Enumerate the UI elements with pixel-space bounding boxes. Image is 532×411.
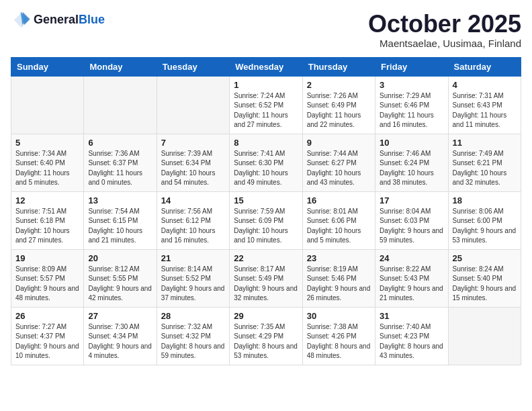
- calendar-week-4: 19Sunrise: 8:09 AMSunset: 5:57 PMDayligh…: [11, 249, 521, 307]
- day-info: Sunrise: 7:44 AMSunset: 6:27 PMDaylight:…: [307, 149, 371, 188]
- calendar-cell: 5Sunrise: 7:34 AMSunset: 6:40 PMDaylight…: [11, 134, 84, 191]
- day-info: Sunrise: 7:29 AMSunset: 6:46 PMDaylight:…: [380, 91, 443, 130]
- day-number: 4: [453, 80, 517, 90]
- day-number: 23: [307, 253, 371, 263]
- day-number: 27: [88, 311, 152, 321]
- day-number: 18: [453, 195, 517, 205]
- calendar-header-thursday: Thursday: [302, 57, 375, 76]
- day-info: Sunrise: 7:24 AMSunset: 6:52 PMDaylight:…: [234, 91, 298, 130]
- day-info: Sunrise: 7:31 AMSunset: 6:43 PMDaylight:…: [453, 91, 517, 130]
- day-info: Sunrise: 8:24 AMSunset: 5:40 PMDaylight:…: [453, 265, 517, 304]
- day-info: Sunrise: 7:36 AMSunset: 6:37 PMDaylight:…: [88, 149, 152, 188]
- day-info: Sunrise: 8:09 AMSunset: 5:57 PMDaylight:…: [15, 265, 79, 304]
- day-number: 12: [15, 195, 79, 205]
- calendar-week-5: 26Sunrise: 7:27 AMSunset: 4:37 PMDayligh…: [11, 307, 521, 365]
- calendar-cell: 26Sunrise: 7:27 AMSunset: 4:37 PMDayligh…: [11, 307, 84, 365]
- day-number: 21: [161, 253, 225, 263]
- page-header: GeneralBlue October 2025 Maentsaelae, Uu…: [11, 11, 521, 49]
- day-info: Sunrise: 7:54 AMSunset: 6:15 PMDaylight:…: [88, 207, 152, 246]
- day-number: 7: [161, 138, 225, 148]
- calendar-header-tuesday: Tuesday: [157, 57, 229, 76]
- day-number: 10: [380, 138, 443, 148]
- calendar: SundayMondayTuesdayWednesdayThursdayFrid…: [11, 57, 521, 365]
- calendar-week-1: 1Sunrise: 7:24 AMSunset: 6:52 PMDaylight…: [11, 76, 521, 134]
- day-number: 26: [15, 311, 79, 321]
- calendar-cell: 16Sunrise: 8:01 AMSunset: 6:06 PMDayligh…: [302, 191, 375, 249]
- day-number: 9: [307, 138, 371, 148]
- day-number: 24: [380, 253, 443, 263]
- calendar-cell: 30Sunrise: 7:38 AMSunset: 4:26 PMDayligh…: [302, 307, 375, 365]
- calendar-cell: 6Sunrise: 7:36 AMSunset: 6:37 PMDaylight…: [84, 134, 157, 191]
- calendar-header-saturday: Saturday: [448, 57, 521, 76]
- calendar-cell: 2Sunrise: 7:26 AMSunset: 6:49 PMDaylight…: [302, 76, 375, 134]
- day-number: 16: [307, 195, 371, 205]
- day-number: 8: [234, 138, 298, 148]
- day-number: 22: [234, 253, 298, 263]
- calendar-cell: 4Sunrise: 7:31 AMSunset: 6:43 PMDaylight…: [448, 76, 521, 134]
- calendar-cell: 17Sunrise: 8:04 AMSunset: 6:03 PMDayligh…: [375, 191, 448, 249]
- day-info: Sunrise: 7:41 AMSunset: 6:30 PMDaylight:…: [234, 149, 298, 188]
- calendar-cell: [448, 307, 521, 365]
- day-info: Sunrise: 7:51 AMSunset: 6:18 PMDaylight:…: [15, 207, 79, 246]
- day-number: 6: [88, 138, 152, 148]
- day-number: 11: [453, 138, 517, 148]
- day-info: Sunrise: 7:59 AMSunset: 6:09 PMDaylight:…: [234, 207, 298, 246]
- calendar-header-sunday: Sunday: [11, 57, 84, 76]
- month-title: October 2025: [368, 11, 521, 38]
- day-number: 3: [380, 80, 443, 90]
- day-info: Sunrise: 8:17 AMSunset: 5:49 PMDaylight:…: [234, 265, 298, 304]
- day-info: Sunrise: 7:49 AMSunset: 6:21 PMDaylight:…: [453, 149, 517, 188]
- day-number: 2: [307, 80, 371, 90]
- day-info: Sunrise: 7:27 AMSunset: 4:37 PMDaylight:…: [15, 322, 79, 361]
- day-number: 1: [234, 80, 298, 90]
- calendar-cell: 7Sunrise: 7:39 AMSunset: 6:34 PMDaylight…: [157, 134, 229, 191]
- day-number: 14: [161, 195, 225, 205]
- calendar-cell: 18Sunrise: 8:06 AMSunset: 6:00 PMDayligh…: [448, 191, 521, 249]
- logo-icon: [12, 11, 31, 30]
- subtitle: Maentsaelae, Uusimaa, Finland: [368, 38, 521, 49]
- day-number: 28: [161, 311, 225, 321]
- day-number: 20: [88, 253, 152, 263]
- calendar-cell: 3Sunrise: 7:29 AMSunset: 6:46 PMDaylight…: [375, 76, 448, 134]
- day-number: 25: [453, 253, 517, 263]
- calendar-header-row: SundayMondayTuesdayWednesdayThursdayFrid…: [11, 57, 521, 76]
- calendar-cell: 12Sunrise: 7:51 AMSunset: 6:18 PMDayligh…: [11, 191, 84, 249]
- calendar-cell: 25Sunrise: 8:24 AMSunset: 5:40 PMDayligh…: [448, 249, 521, 307]
- calendar-cell: 1Sunrise: 7:24 AMSunset: 6:52 PMDaylight…: [230, 76, 302, 134]
- day-info: Sunrise: 8:04 AMSunset: 6:03 PMDaylight:…: [380, 207, 443, 246]
- calendar-cell: 22Sunrise: 8:17 AMSunset: 5:49 PMDayligh…: [230, 249, 302, 307]
- day-number: 31: [380, 311, 443, 321]
- day-number: 29: [234, 311, 298, 321]
- day-info: Sunrise: 7:34 AMSunset: 6:40 PMDaylight:…: [15, 149, 79, 188]
- day-info: Sunrise: 8:06 AMSunset: 6:00 PMDaylight:…: [453, 207, 517, 246]
- calendar-cell: 9Sunrise: 7:44 AMSunset: 6:27 PMDaylight…: [302, 134, 375, 191]
- calendar-cell: 15Sunrise: 7:59 AMSunset: 6:09 PMDayligh…: [230, 191, 302, 249]
- day-info: Sunrise: 7:40 AMSunset: 4:23 PMDaylight:…: [380, 322, 443, 361]
- calendar-cell: 13Sunrise: 7:54 AMSunset: 6:15 PMDayligh…: [84, 191, 157, 249]
- day-info: Sunrise: 7:46 AMSunset: 6:24 PMDaylight:…: [380, 149, 443, 188]
- day-info: Sunrise: 7:35 AMSunset: 4:29 PMDaylight:…: [234, 322, 298, 361]
- day-info: Sunrise: 8:22 AMSunset: 5:43 PMDaylight:…: [380, 265, 443, 304]
- day-number: 13: [88, 195, 152, 205]
- day-number: 30: [307, 311, 371, 321]
- day-number: 15: [234, 195, 298, 205]
- day-info: Sunrise: 8:19 AMSunset: 5:46 PMDaylight:…: [307, 265, 371, 304]
- day-info: Sunrise: 7:39 AMSunset: 6:34 PMDaylight:…: [161, 149, 225, 188]
- calendar-header-monday: Monday: [84, 57, 157, 76]
- calendar-cell: 10Sunrise: 7:46 AMSunset: 6:24 PMDayligh…: [375, 134, 448, 191]
- calendar-cell: 14Sunrise: 7:56 AMSunset: 6:12 PMDayligh…: [157, 191, 229, 249]
- calendar-week-2: 5Sunrise: 7:34 AMSunset: 6:40 PMDaylight…: [11, 134, 521, 191]
- calendar-cell: 19Sunrise: 8:09 AMSunset: 5:57 PMDayligh…: [11, 249, 84, 307]
- calendar-cell: 8Sunrise: 7:41 AMSunset: 6:30 PMDaylight…: [230, 134, 302, 191]
- day-info: Sunrise: 8:01 AMSunset: 6:06 PMDaylight:…: [307, 207, 371, 246]
- calendar-cell: [11, 76, 84, 134]
- day-info: Sunrise: 7:30 AMSunset: 4:34 PMDaylight:…: [88, 322, 152, 361]
- calendar-week-3: 12Sunrise: 7:51 AMSunset: 6:18 PMDayligh…: [11, 191, 521, 249]
- calendar-cell: 31Sunrise: 7:40 AMSunset: 4:23 PMDayligh…: [375, 307, 448, 365]
- day-info: Sunrise: 7:38 AMSunset: 4:26 PMDaylight:…: [307, 322, 371, 361]
- calendar-cell: 11Sunrise: 7:49 AMSunset: 6:21 PMDayligh…: [448, 134, 521, 191]
- day-info: Sunrise: 8:14 AMSunset: 5:52 PMDaylight:…: [161, 265, 225, 304]
- calendar-cell: 28Sunrise: 7:32 AMSunset: 4:32 PMDayligh…: [157, 307, 229, 365]
- day-info: Sunrise: 8:12 AMSunset: 5:55 PMDaylight:…: [88, 265, 152, 304]
- logo: GeneralBlue: [11, 11, 105, 30]
